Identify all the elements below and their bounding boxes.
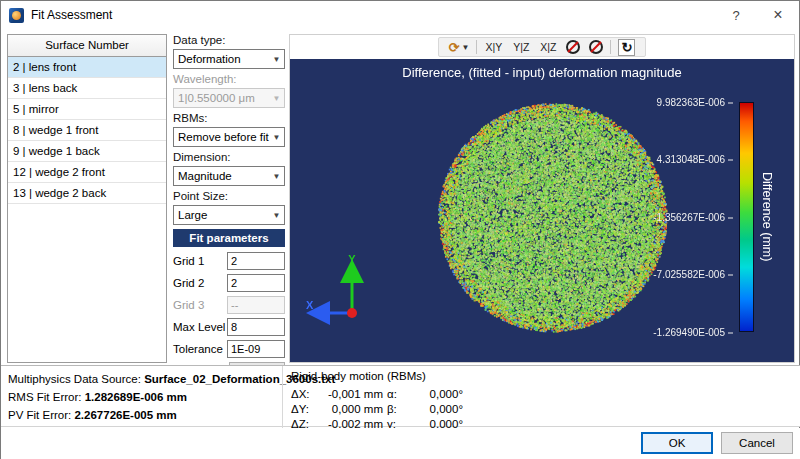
help-button[interactable]: ?: [715, 1, 757, 29]
colorbar-tick: -1.269490E-005: [643, 327, 733, 338]
rbm-values: ΔX: -0,001 mm α: 0,000° ΔY: 0,000 mm β: …: [291, 387, 463, 431]
surface-row-wedge1-front[interactable]: 8 | wedge 1 front: [8, 120, 166, 141]
view-xz-button[interactable]: X|Z: [537, 38, 559, 56]
rbms-select[interactable]: Remove before fit ▼: [173, 127, 285, 147]
fit-error-summary: Multiphysics Data Source: Surface_02_Def…: [8, 370, 276, 424]
rbm-beta-value: 0,000°: [413, 402, 463, 416]
chevron-down-icon: ▼: [269, 211, 284, 220]
viewport-panel: ⟳ ▼ X|Y Y|Z X|Z ↻ Difference,: [289, 34, 795, 363]
viewport-toolbar-row: ⟳ ▼ X|Y Y|Z X|Z ↻: [290, 35, 794, 59]
disable-pan-icon: [589, 40, 603, 54]
app-icon: [9, 8, 24, 23]
rbm-dy-label: ΔY:: [291, 402, 317, 416]
rbm-panel: Rigid-body motion (RBMs) ΔX: -0,001 mm α…: [291, 370, 463, 431]
colorbar: [739, 102, 754, 332]
chevron-down-icon: ▼: [269, 55, 284, 64]
y-axis-label: Y: [348, 253, 356, 265]
chevron-down-icon: ▼: [269, 172, 284, 181]
colorbar-tick: -7.025582E-006: [643, 269, 733, 280]
titlebar: Fit Assessment ? ×: [1, 1, 799, 29]
rms-fit-error-label: RMS Fit Error:: [8, 391, 81, 403]
colorbar-tick: 4.313048E-006: [643, 154, 733, 165]
toolbar-separator: [476, 40, 477, 54]
grid1-input[interactable]: [227, 252, 285, 270]
surface-row-mirror[interactable]: 5 | mirror: [8, 99, 166, 120]
grid3-input: [227, 296, 285, 314]
surface-table-header: Surface Number: [8, 35, 166, 57]
dimension-value: Magnitude: [178, 170, 232, 182]
disable-rotate-button[interactable]: [564, 38, 582, 56]
data-type-select[interactable]: Deformation ▼: [173, 49, 285, 69]
rbm-alpha-value: 0,000°: [413, 387, 463, 401]
surface-row-wedge2-front[interactable]: 12 | wedge 2 front: [8, 162, 166, 183]
rbm-beta-label: β:: [387, 402, 409, 416]
data-type-value: Deformation: [178, 53, 241, 65]
rbms-label: RBMs:: [173, 112, 285, 125]
rbm-alpha-label: α:: [387, 387, 409, 401]
tolerance-input[interactable]: [227, 340, 285, 358]
point-size-select[interactable]: Large ▼: [173, 205, 285, 225]
pv-fit-error-label: PV Fit Error:: [8, 409, 71, 421]
grid2-label: Grid 2: [173, 277, 227, 289]
reset-view-button[interactable]: ↻: [616, 38, 637, 56]
chevron-down-icon: ▼: [462, 43, 470, 52]
surface-row-lens-front[interactable]: 2 | lens front: [8, 57, 166, 78]
x-axis-label: X: [306, 299, 314, 311]
rbms-value: Remove before fit: [178, 131, 269, 143]
data-type-label: Data type:: [173, 34, 285, 47]
reset-view-icon: ↻: [618, 39, 635, 56]
grid3-label: Grid 3: [173, 299, 227, 311]
status-panel: Multiphysics Data Source: Surface_02_Def…: [1, 365, 800, 427]
dimension-label: Dimension:: [173, 151, 285, 164]
point-size-value: Large: [178, 209, 207, 221]
orbit-icon: ⟳: [449, 40, 460, 55]
wavelength-label: Wavelength:: [173, 73, 285, 86]
colorbar-axis-label: Difference (mm): [760, 102, 774, 332]
surface-row-wedge2-back[interactable]: 13 | wedge 2 back: [8, 183, 166, 204]
point-size-label: Point Size:: [173, 190, 285, 203]
status-divider: [282, 366, 283, 428]
controls-panel: Data type: Deformation ▼ Wavelength: 1|0…: [173, 34, 285, 380]
viewport-3d-area: Difference, (fitted - input) deformation…: [290, 59, 794, 362]
wavelength-select: 1|0.550000 μm ▼: [173, 88, 285, 108]
chevron-down-icon: ▼: [269, 94, 284, 103]
colorbar-tick: 9.982363E-006: [643, 97, 733, 108]
data-source-label: Multiphysics Data Source:: [8, 373, 141, 385]
rbm-title: Rigid-body motion (RBMs): [291, 370, 463, 385]
view-yz-button[interactable]: Y|Z: [510, 38, 532, 56]
rbm-dx-value: -0,001 mm: [321, 387, 383, 401]
fit-assessment-dialog: Fit Assessment ? × Surface Number 2 | le…: [0, 0, 800, 459]
fit-parameters-header: Fit parameters: [173, 229, 285, 247]
max-level-input[interactable]: [227, 318, 285, 336]
grid1-label: Grid 1: [173, 255, 227, 267]
orbit-tool-button[interactable]: ⟳ ▼: [447, 38, 472, 56]
z-axis-dot: [347, 308, 357, 318]
toolbar-separator: [610, 40, 611, 54]
wavelength-value: 1|0.550000 μm: [178, 92, 255, 104]
view-xy-button[interactable]: X|Y: [482, 38, 505, 56]
chevron-down-icon: ▼: [269, 133, 284, 142]
rms-fit-error-value: 1.282689E-006 mm: [85, 391, 187, 403]
window-title: Fit Assessment: [31, 8, 112, 22]
close-button[interactable]: ×: [757, 1, 799, 29]
surface-table: Surface Number 2 | lens front 3 | lens b…: [7, 34, 167, 363]
surface-row-lens-back[interactable]: 3 | lens back: [8, 78, 166, 99]
footer: OK Cancel: [1, 428, 800, 459]
grid2-input[interactable]: [227, 274, 285, 292]
colorbar-tick: -1.356267E-006: [643, 212, 733, 223]
max-level-label: Max Level: [173, 321, 227, 333]
pv-fit-error-value: 2.267726E-005 mm: [74, 409, 176, 421]
tolerance-label: Tolerance: [173, 343, 227, 355]
viewport-toolbar: ⟳ ▼ X|Y Y|Z X|Z ↻: [438, 37, 647, 57]
axes-triad: Y X: [300, 251, 380, 336]
surface-row-wedge1-back[interactable]: 9 | wedge 1 back: [8, 141, 166, 162]
ok-button[interactable]: OK: [641, 432, 713, 454]
cancel-button[interactable]: Cancel: [721, 432, 793, 454]
dimension-select[interactable]: Magnitude ▼: [173, 166, 285, 186]
rbm-dy-value: 0,000 mm: [321, 402, 383, 416]
rbm-dx-label: ΔX:: [291, 387, 317, 401]
viewport-title: Difference, (fitted - input) deformation…: [290, 65, 794, 80]
disable-pan-button[interactable]: [587, 38, 605, 56]
disable-rotate-icon: [566, 40, 580, 54]
